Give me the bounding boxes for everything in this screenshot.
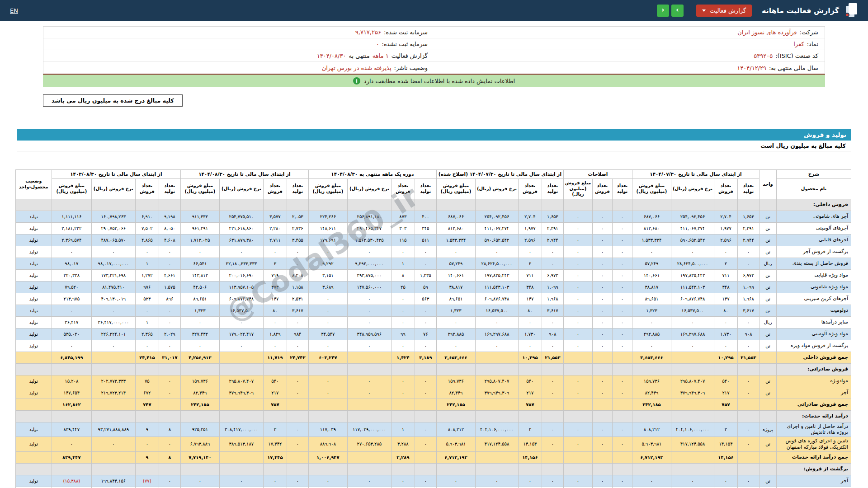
product-unit: تن xyxy=(760,234,777,246)
value-cell: ۱۶۹,۲۹۷,۶۸۸ xyxy=(671,328,714,340)
table-row: سایر درآمدهاریال۰۰۰۰۰۰۰۰۰۰۰۰۰۰۰۰۰۰۰۰۱۳۶,… xyxy=(15,316,851,328)
value-cell: ۰ xyxy=(563,422,592,437)
value-cell xyxy=(159,463,180,475)
value-cell xyxy=(263,463,287,475)
value-cell: ۰ xyxy=(308,340,347,352)
value-cell: ۶۰۹,۸۷۶,۷۴۸ xyxy=(219,293,263,305)
product-name: جمع فروش داخلی xyxy=(777,352,851,363)
value-cell: ۳۷۳ xyxy=(263,281,287,293)
product-unit: تن xyxy=(760,269,777,281)
value-cell xyxy=(563,199,592,211)
value-cell xyxy=(347,451,391,463)
value-cell: ۰ xyxy=(415,387,436,399)
product-name: درآمد ارائه خدمات: xyxy=(777,410,851,422)
value-cell xyxy=(347,199,391,211)
value-cell xyxy=(671,352,714,363)
page-title: گزارش فعالیت ماهانه xyxy=(762,6,839,15)
value-cell: ۸ xyxy=(159,422,180,437)
value-cell xyxy=(219,363,263,375)
value-cell: ۴۰۴,۱۰۶,۰۰۰,۰۰۰ xyxy=(671,422,714,437)
value-cell xyxy=(415,199,436,211)
value-cell xyxy=(475,451,518,463)
report-type-dropdown[interactable]: گزارش فعالیت xyxy=(696,5,752,17)
value-cell: ۴۲,۵۰۶ xyxy=(180,281,219,293)
value-cell: ۰ xyxy=(542,340,563,352)
value-cell: ۷۱۱ xyxy=(714,269,738,281)
value-cell: ۱۷۹,۶۹۱ xyxy=(308,234,347,246)
value-cell: ۸۲,۴۴۹ xyxy=(632,387,671,399)
value-cell xyxy=(263,363,287,375)
value-cell: ۱,۹۷۷ xyxy=(518,222,542,234)
value-cell: ۹۷۶ xyxy=(135,281,159,293)
value-cell: ۵۲۳ xyxy=(135,293,159,305)
value-cell: ۳۴۸ xyxy=(714,281,738,293)
value-cell xyxy=(91,410,135,422)
value-cell: ۰ xyxy=(738,375,760,387)
value-cell: ۰ xyxy=(612,211,632,222)
value-cell xyxy=(738,399,760,410)
value-cell: ۰ xyxy=(592,437,612,452)
value-cell: ۰ xyxy=(415,258,436,269)
value-cell: ۸۳۹,۴۴۷ xyxy=(52,422,91,437)
value-cell xyxy=(738,463,760,475)
value-cell: ۰ xyxy=(612,246,632,258)
info-row: شرکت:فرآورده های نسوز ایران xyxy=(434,27,825,38)
value-cell xyxy=(738,363,760,375)
value-cell: ۴,۶۶۱ xyxy=(159,269,180,281)
value-cell: ۰ xyxy=(347,375,391,387)
value-cell: ۵۴۰ xyxy=(263,375,287,387)
product-name: جمع درآمد ارائه خدمات xyxy=(777,451,851,463)
value-cell: ۰ xyxy=(436,340,475,352)
value-cell: ۰ xyxy=(287,246,308,258)
signature-match-notice: اطلاعات نمایش داده شده با اطلاعات امضا ش… xyxy=(43,75,825,87)
value-cell: ۰ xyxy=(287,375,308,387)
value-cell: ۰ xyxy=(347,316,391,328)
value-cell xyxy=(52,363,91,375)
value-cell: ۰ xyxy=(592,328,612,340)
value-cell: ۷,۷۱۹,۱۴۰ xyxy=(180,451,219,463)
value-cell xyxy=(159,399,180,410)
value-cell: ۱۱۱,۵۴۳,۱۰۳ xyxy=(475,281,518,293)
value-cell xyxy=(612,352,632,363)
value-cell: ۲۱,۵۵۳ xyxy=(738,352,760,363)
value-cell: ۰ xyxy=(542,475,563,487)
value-cell: ۸۲,۴۴۹ xyxy=(180,387,219,399)
value-cell: ۰ xyxy=(415,437,436,452)
value-cell: ۱۱,۷۱۹ xyxy=(263,352,287,363)
value-cell: ۷۵۷ xyxy=(263,399,287,410)
value-cell xyxy=(714,410,738,422)
next-report-button[interactable]: › xyxy=(671,5,684,17)
value-cell: ۰ xyxy=(219,246,263,258)
chevron-down-icon xyxy=(702,9,706,12)
value-cell: ۱۴۷ xyxy=(714,293,738,305)
value-cell: ۰ xyxy=(738,258,760,269)
value-cell: ۰ xyxy=(671,246,714,258)
value-cell xyxy=(180,363,219,375)
english-language-link[interactable]: EN xyxy=(10,7,18,14)
value-cell: ۲۵۶,۸۹۱,۱۸۰ xyxy=(347,211,391,222)
product-status: تولید xyxy=(15,305,52,316)
value-cell: ۷۹,۵۲۰ xyxy=(52,281,91,293)
product-unit: تن xyxy=(760,328,777,340)
value-cell: ۰ xyxy=(135,340,159,352)
value-cell: ۱۴۷,۵۶۰,۰۰۰ xyxy=(347,281,391,293)
value-cell: ۰ xyxy=(563,475,592,487)
value-cell xyxy=(219,463,263,475)
value-cell: ۲,۷۳۶ xyxy=(287,222,308,234)
value-cell: ۹۱۱,۳۳۲ xyxy=(180,211,219,222)
value-cell xyxy=(391,463,415,475)
prev-report-button[interactable]: ‹ xyxy=(657,5,669,17)
product-name: آجرهای قلیایی xyxy=(777,234,851,246)
value-cell: ۲۸,۶۲۴,۵۰۰,۰۰۰ xyxy=(671,258,714,269)
value-cell: ۰ xyxy=(308,475,347,487)
company-info-left: سرمایه ثبت شده:۹,۷۱۷,۲۵۶سرمایه ثبت نشده:… xyxy=(43,27,434,74)
value-cell: ۰ xyxy=(714,475,738,487)
company-info-right: شرکت:فرآورده های نسوز ایراننماد:کفراکد ص… xyxy=(434,27,825,74)
value-cell: ۰ xyxy=(159,246,180,258)
value-cell xyxy=(738,451,760,463)
value-cell: ۰ xyxy=(347,340,391,352)
value-cell: ۱,۹۷۷ xyxy=(714,222,738,234)
value-cell: ۰ xyxy=(671,475,714,487)
value-cell: ۱۷۳,۲۲۱,۶۹۸ xyxy=(91,269,135,281)
product-unit: تن xyxy=(760,222,777,234)
